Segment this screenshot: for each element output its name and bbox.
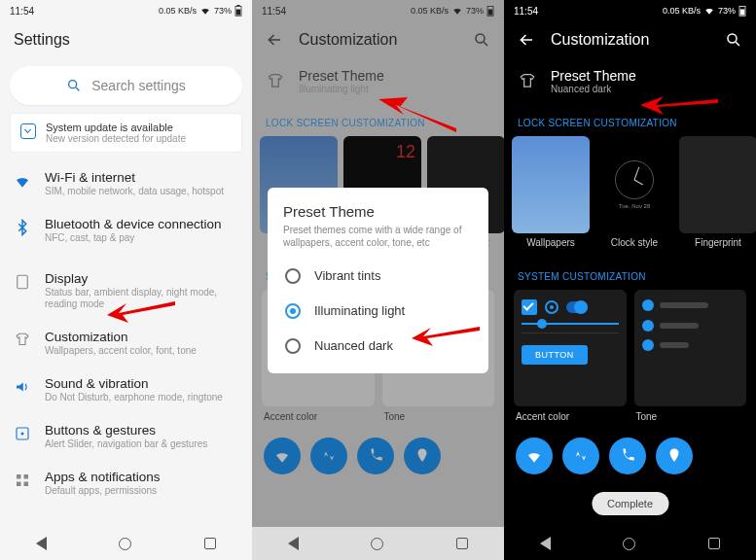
system-cards: BUTTON Accent color Tone — [504, 290, 756, 406]
qs-phone-icon[interactable] — [609, 438, 646, 474]
settings-screen: 11:54 0.05 KB/s 73% Settings Search sett… — [0, 0, 252, 560]
gestures-icon — [14, 425, 31, 442]
status-right: 0.05 KB/s 73% — [159, 5, 242, 17]
row-wifi[interactable]: Wi-Fi & internet SIM, mobile network, da… — [0, 160, 252, 207]
preset-theme-dialog: Preset Theme Preset themes come with a w… — [268, 188, 488, 373]
shirt-icon — [14, 332, 31, 349]
lock-screen-thumbs: Wallpapers Tue, Nov 28Clock style Finger… — [504, 136, 756, 248]
customization-screen-dark: 11:54 0.05 KB/s 73% Customization Preset… — [504, 0, 756, 560]
row-sound[interactable]: Sound & vibration Do Not Disturb, earpho… — [0, 367, 252, 413]
battery-icon — [738, 5, 746, 17]
wifi-icon — [703, 6, 715, 16]
row-buttons[interactable]: Buttons & gestures Alert Slider, navigat… — [0, 413, 252, 460]
wifi-icon — [199, 6, 211, 16]
radio-icon — [285, 338, 301, 354]
battery-icon — [234, 5, 242, 17]
modal-overlay[interactable]: Preset Theme Preset themes come with a w… — [252, 0, 504, 560]
bluetooth-icon — [14, 219, 31, 236]
toast: Complete — [592, 492, 668, 515]
search-icon[interactable] — [725, 31, 742, 49]
sound-icon — [14, 378, 31, 396]
option-nuanced[interactable]: Nuanced dark — [283, 329, 473, 364]
row-display[interactable]: Display Status bar, ambient display, nig… — [0, 262, 252, 320]
nav-bar — [504, 527, 756, 560]
search-input[interactable]: Search settings — [10, 66, 242, 105]
page-title: Settings — [14, 31, 238, 49]
toggle-icon — [566, 301, 588, 313]
option-vibrant[interactable]: Vibrant tints — [283, 259, 473, 294]
qs-data-icon[interactable] — [562, 438, 599, 474]
section-system: SYSTEM CUSTOMIZATION — [504, 258, 756, 290]
svg-point-3 — [69, 81, 77, 88]
nav-recents-icon[interactable] — [456, 538, 468, 549]
svg-rect-5 — [18, 275, 28, 289]
nav-bar — [252, 527, 504, 560]
svg-rect-1 — [237, 5, 240, 7]
svg-rect-8 — [17, 474, 21, 479]
apps-icon — [14, 472, 31, 489]
nav-recents-icon[interactable] — [708, 538, 720, 549]
svg-rect-10 — [17, 482, 21, 487]
svg-rect-18 — [740, 10, 745, 16]
card-accent[interactable]: BUTTON Accent color — [514, 290, 627, 406]
svg-rect-11 — [24, 482, 29, 487]
row-apps[interactable]: Apps & notifications Default apps, permi… — [0, 460, 252, 507]
svg-point-19 — [728, 34, 737, 43]
sample-button: BUTTON — [522, 345, 588, 365]
thumb-wallpapers[interactable]: Wallpapers — [512, 136, 590, 248]
nav-back-icon[interactable] — [288, 537, 299, 550]
back-icon[interactable] — [518, 31, 535, 49]
thumb-clock[interactable]: Tue, Nov 28Clock style — [595, 136, 673, 248]
status-bar: 11:54 0.05 KB/s 73% — [504, 0, 756, 21]
nav-back-icon[interactable] — [36, 537, 47, 550]
display-icon — [14, 273, 31, 291]
row-customization[interactable]: Customization Wallpapers, accent color, … — [0, 320, 252, 367]
radio-icon — [545, 300, 558, 314]
shirt-icon — [518, 72, 537, 91]
header: Customization — [504, 21, 756, 58]
nav-home-icon[interactable] — [119, 538, 131, 550]
radio-icon — [285, 303, 301, 319]
nav-back-icon[interactable] — [540, 537, 551, 550]
card-tone[interactable]: Tone — [634, 290, 747, 406]
nav-home-icon[interactable] — [371, 538, 383, 550]
slider-icon — [522, 323, 619, 325]
nav-recents-icon[interactable] — [204, 538, 216, 549]
qs-location-icon[interactable] — [656, 438, 693, 474]
system-update-card[interactable]: System update is available New version d… — [10, 113, 242, 153]
svg-point-7 — [21, 433, 24, 436]
svg-line-4 — [76, 88, 79, 90]
section-lock-screen: LOCK SCREEN CUSTOMIZATION — [504, 104, 756, 136]
nav-home-icon[interactable] — [623, 538, 635, 550]
thumb-fingerprint[interactable]: Fingerprint — [679, 136, 756, 248]
customization-screen-light: 11:54 0.05 KB/s 73% Customization Preset… — [252, 0, 504, 560]
nav-bar — [0, 527, 252, 560]
wifi-icon — [14, 172, 31, 190]
radio-icon — [285, 268, 301, 284]
svg-rect-2 — [236, 10, 241, 16]
status-bar: 11:54 0.05 KB/s 73% — [0, 0, 252, 21]
qs-wifi-icon[interactable] — [516, 438, 553, 474]
header: Settings — [0, 21, 252, 58]
option-illuminating[interactable]: Illuminating light — [283, 294, 473, 329]
clock-text: 11:54 — [10, 6, 34, 17]
download-icon — [20, 123, 36, 139]
svg-line-20 — [736, 42, 739, 46]
preset-theme-row[interactable]: Preset Theme Nuanced dark — [504, 58, 756, 104]
search-icon — [66, 78, 82, 93]
checkbox-icon — [522, 299, 537, 315]
svg-rect-9 — [24, 474, 29, 479]
row-bluetooth[interactable]: Bluetooth & device connection NFC, cast,… — [0, 207, 252, 254]
